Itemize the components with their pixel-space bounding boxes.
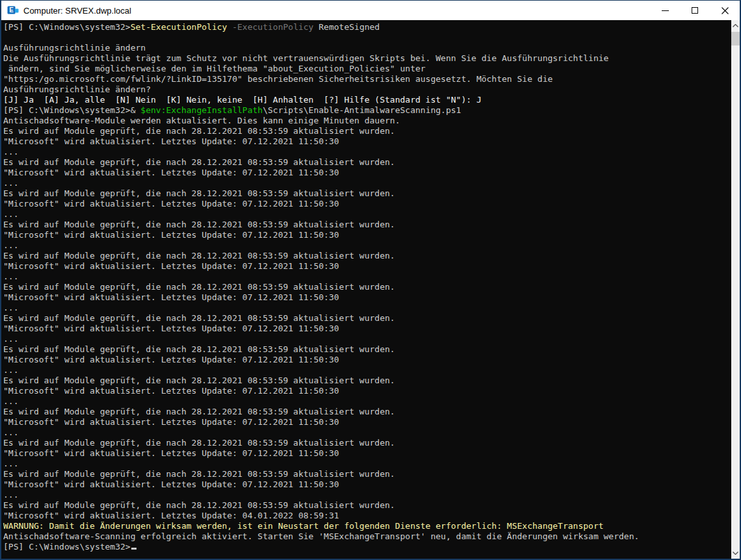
console-line: ... (3, 209, 731, 220)
console-line: ... (3, 334, 731, 344)
console-line: Es wird auf Module geprüft, die nach 28.… (3, 220, 731, 230)
console-line: Es wird auf Module geprüft, die nach 28.… (3, 469, 731, 479)
exchange-icon: E (7, 5, 19, 16)
console-line: Es wird auf Module geprüft, die nach 28.… (3, 251, 731, 261)
console-line: ... (3, 490, 731, 500)
console-line: ändern, sind Sie möglicherweise den im H… (3, 64, 731, 74)
maximize-icon (692, 7, 698, 14)
console-line: "Microsoft" wird aktualisiert. Letztes U… (3, 261, 731, 272)
scrollbar-down-button[interactable] (731, 548, 740, 559)
minimize-icon (662, 10, 669, 11)
console-line: Es wird auf Module geprüft, die nach 28.… (3, 157, 731, 168)
console-line: ... (3, 303, 731, 313)
scrollbar-track[interactable] (731, 20, 740, 559)
console-line: ... (3, 147, 731, 157)
console-line: "Microsoft" wird aktualisiert. Letztes U… (3, 479, 731, 490)
console-line: Antischadsoftware-Module werden aktualis… (3, 116, 731, 126)
console-line: "Microsoft" wird aktualisiert. Letztes U… (3, 324, 731, 334)
chevron-down-icon (733, 552, 738, 555)
console-line: "https:/go.microsoft.com/fwlink/?LinkID=… (3, 74, 731, 84)
console-line: Es wird auf Module geprüft, die nach 28.… (3, 188, 731, 199)
console-line: WARNUNG: Damit die Änderungen wirksam we… (3, 521, 731, 531)
console-line: ... (3, 272, 731, 282)
console-line (3, 32, 731, 43)
console-line: [PS] C:\Windows\system32>& $env:Exchange… (3, 105, 731, 116)
title-bar[interactable]: E Computer: SRVEX.dwp.local (1, 1, 740, 20)
console-line: "Microsoft" wird aktualisiert. Letztes U… (3, 136, 731, 147)
console-line: Es wird auf Module geprüft, die nach 28.… (3, 375, 731, 386)
console-line: "Microsoft" wird aktualisiert. Letztes U… (3, 386, 731, 396)
console-line: Ausführungsrichtlinie ändern? (3, 84, 731, 95)
console-line: Antischadsoftware-Scanning erfolgreich a… (3, 531, 731, 542)
console-line: "Microsoft" wird aktualisiert. Letztes U… (3, 230, 731, 240)
maximize-button[interactable] (680, 1, 710, 20)
chevron-up-icon (733, 24, 738, 27)
console-line: Es wird auf Module geprüft, die nach 28.… (3, 407, 731, 417)
console-line: Ausführungsrichtlinie ändern (3, 43, 731, 53)
console-window: E Computer: SRVEX.dwp.local [PS] C:\Wind… (0, 0, 741, 560)
scrollbar-up-button[interactable] (731, 20, 740, 31)
close-icon (722, 7, 729, 14)
console-line: Es wird auf Module geprüft, die nach 28.… (3, 313, 731, 324)
console-line: "Microsoft" wird aktualisiert. Letztes U… (3, 511, 731, 521)
console-line: Die Ausführungsrichtlinie trägt zum Schu… (3, 53, 731, 64)
console-line: Es wird auf Module geprüft, die nach 28.… (3, 344, 731, 355)
svg-text:E: E (9, 6, 14, 14)
console-line: Es wird auf Module geprüft, die nach 28.… (3, 500, 731, 511)
window-title: Computer: SRVEX.dwp.local (23, 6, 650, 16)
close-button[interactable] (710, 1, 740, 20)
minimize-button[interactable] (650, 1, 680, 20)
console-line: [J] Ja [A] Ja, alle [N] Nein [K] Nein, k… (3, 95, 731, 105)
text-cursor (131, 548, 136, 550)
console-output[interactable]: [PS] C:\Windows\system32>Set-ExecutionPo… (1, 20, 731, 559)
console-line: "Microsoft" wird aktualisiert. Letztes U… (3, 448, 731, 459)
console-line: ... (3, 178, 731, 188)
console-line: ... (3, 240, 731, 251)
console-line: [PS] C:\Windows\system32>Set-ExecutionPo… (3, 22, 731, 32)
console-line: ... (3, 427, 731, 438)
console-line: ... (3, 365, 731, 375)
console-line: "Microsoft" wird aktualisiert. Letztes U… (3, 199, 731, 209)
console-line: "Microsoft" wird aktualisiert. Letztes U… (3, 417, 731, 427)
console-line: ... (3, 396, 731, 407)
console-line: "Microsoft" wird aktualisiert. Letztes U… (3, 355, 731, 365)
console-line: Es wird auf Module geprüft, die nach 28.… (3, 282, 731, 292)
scrollbar-thumb[interactable] (731, 32, 740, 45)
console-line: "Microsoft" wird aktualisiert. Letztes U… (3, 168, 731, 178)
console-line: Es wird auf Module geprüft, die nach 28.… (3, 126, 731, 136)
console-line: [PS] C:\Windows\system32> (3, 542, 731, 552)
console-line: ... (3, 459, 731, 469)
console-line: Es wird auf Module geprüft, die nach 28.… (3, 438, 731, 448)
console-line: "Microsoft" wird aktualisiert. Letztes U… (3, 292, 731, 303)
